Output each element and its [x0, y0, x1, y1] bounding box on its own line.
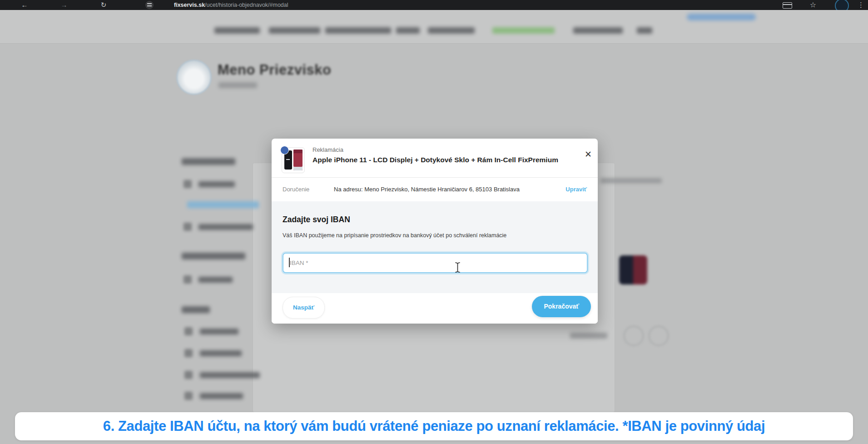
- modal-body: Zadajte svoj IBAN Váš IBAN použijeme na …: [272, 201, 598, 293]
- nav-item: [325, 27, 391, 34]
- screen: ← → ↻ fixservis.sk/ucet/historia-objedna…: [0, 0, 868, 444]
- nav-item: [269, 27, 320, 34]
- mouse-ibeam-cursor: [455, 262, 461, 275]
- sidebar-item-icon: [184, 371, 193, 379]
- sidebar-item-icon: [184, 180, 192, 188]
- text-caret: [289, 258, 290, 267]
- delivery-address: Na adresu: Meno Priezvisko, Námestie Hra…: [334, 186, 520, 193]
- modal-product-title: Apple iPhone 11 - LCD Displej + Dotykové…: [312, 156, 558, 164]
- sidebar-item-icon: [184, 392, 193, 400]
- sidebar-heading: [182, 306, 210, 313]
- product-thumbnail: [282, 147, 305, 173]
- sidebar-heading: [182, 158, 235, 165]
- sidebar-item-icon: [184, 349, 193, 357]
- phone-back-image: [293, 150, 303, 170]
- sidebar-heading: [182, 253, 245, 259]
- nav-item: [214, 27, 260, 34]
- nav-item-active: [492, 27, 555, 34]
- site-nav-bar: [0, 10, 868, 44]
- back-icon[interactable]: ←: [20, 0, 29, 10]
- close-icon[interactable]: ✕: [582, 149, 594, 160]
- sidebar-item-icon: [184, 327, 193, 335]
- pagination-next-icon: [649, 326, 669, 346]
- sidebar-item-active: [187, 201, 259, 208]
- sidebar-item: [200, 329, 238, 334]
- url-domain: fixservis.sk: [174, 2, 205, 8]
- order-product-thumbnail: [619, 255, 647, 284]
- reclamation-modal: Reklamácia Apple iPhone 11 - LCD Displej…: [272, 139, 598, 324]
- sidebar-item: [200, 372, 260, 378]
- site-info-icon[interactable]: [145, 1, 154, 9]
- edit-address-link[interactable]: Upraviť: [565, 186, 587, 193]
- sidebar-item: [198, 224, 253, 230]
- iban-description: Váš IBAN použijeme na pripísanie prostri…: [283, 232, 506, 239]
- tutorial-step-text: 6. Zadajte IBAN účtu, na ktorý vám budú …: [15, 412, 853, 440]
- sidebar-item-icon: [184, 223, 192, 231]
- nav-item: [428, 27, 475, 34]
- nav-header-button: [687, 14, 756, 20]
- url-path: /ucet/historia-objednavok/#modal: [205, 2, 288, 8]
- brand-badge-icon: [280, 146, 289, 155]
- reload-icon[interactable]: ↻: [99, 0, 108, 10]
- pagination-label: [570, 333, 607, 339]
- sidebar-item-icon: [184, 275, 192, 284]
- sidebar-item: [200, 350, 242, 356]
- browser-toolbar: ← → ↻ fixservis.sk/ucet/historia-objedna…: [0, 0, 868, 10]
- iban-input[interactable]: [283, 253, 588, 273]
- profile-subtext: [218, 82, 257, 88]
- iban-heading: Zadajte svoj IBAN: [283, 215, 350, 224]
- pagination-prev-icon: [624, 326, 644, 346]
- forward-icon[interactable]: →: [60, 0, 69, 10]
- nav-item: [637, 27, 652, 34]
- modal-kicker: Reklamácia: [312, 146, 343, 153]
- nav-item: [396, 27, 420, 34]
- divider: [272, 177, 598, 178]
- profile-avatar: [176, 60, 212, 95]
- sidebar-item: [198, 277, 233, 283]
- delivery-label: Doručenie: [283, 186, 309, 193]
- bookmark-star-icon[interactable]: ☆: [808, 0, 818, 10]
- nav-item: [573, 27, 623, 34]
- back-button[interactable]: Naspäť: [283, 297, 325, 319]
- order-meta-text: [600, 178, 662, 183]
- address-bar[interactable]: fixservis.sk/ucet/historia-objednavok/#m…: [174, 0, 288, 10]
- sidebar-item: [198, 181, 235, 187]
- sidebar-item: [200, 393, 243, 399]
- payment-methods-icon[interactable]: [783, 2, 792, 9]
- continue-button[interactable]: Pokračovať: [532, 296, 591, 317]
- modal-footer: Naspäť Pokračovať: [272, 293, 598, 324]
- browser-menu-icon[interactable]: ⋮: [858, 0, 864, 10]
- profile-name: Meno Priezvisko: [218, 62, 331, 78]
- tutorial-banner: 6. Zadajte IBAN účtu, na ktorý vám budú …: [15, 412, 853, 440]
